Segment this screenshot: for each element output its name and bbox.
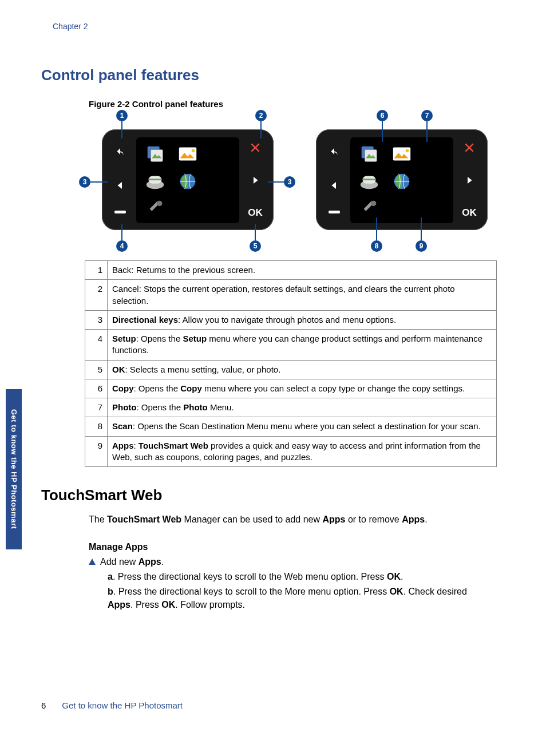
callout-7: 7 [421,110,433,121]
step-a: a. Press the directional keys to scroll … [108,570,480,583]
back-icon [328,148,341,160]
svg-point-8 [157,201,163,207]
cell-desc: Back: Returns to the previous screen. [108,261,497,280]
callout-2: 2 [255,110,267,121]
side-tab-text: Get to know the HP Photosmart [10,409,18,529]
photo-icon [173,142,203,166]
cell-num: 7 [85,398,108,417]
svg-point-17 [371,201,377,207]
callout-line [260,121,262,138]
ok-label-1: OK [248,207,263,219]
screen-right [350,137,453,223]
section-heading-touchsmart: TouchSmart Web [41,486,162,504]
callout-6: 6 [377,110,388,121]
callout-line [121,121,122,138]
right-arrow-icon [464,175,474,185]
nav-strip-right-2: OK [457,137,482,223]
page-footer: 6Get to know the HP Photosmart [41,700,183,710]
callout-line [268,181,285,183]
callout-line [421,217,422,240]
callout-line [382,121,383,142]
callout-4: 4 [116,240,128,252]
cell-num: 5 [85,360,108,379]
add-apps-line: Add new Apps. [89,555,164,568]
svg-rect-10 [365,149,377,161]
cell-desc: Copy: Opens the Copy menu where you can … [108,379,497,398]
cell-num: 1 [85,261,108,280]
apps-icon [173,169,203,193]
left-arrow-icon [329,180,339,191]
home-bar-icon [114,211,126,213]
nav-strip-left [108,137,133,223]
callout-line [376,217,377,240]
manage-apps-subhead: Manage Apps [89,540,148,553]
back-icon [114,148,126,160]
cell-desc: Photo: Opens the Photo Menu. [108,398,497,417]
side-tab: Get to know the HP Photosmart [6,389,22,549]
ok-label-2: OK [462,207,477,219]
screen-left [136,137,239,223]
svg-rect-1 [151,149,163,161]
callout-3b: 3 [284,176,295,188]
callout-line [255,224,256,240]
nav-strip-left-2 [322,137,347,223]
callout-5: 5 [250,240,261,252]
cell-desc: Setup: Opens the Setup menu where you ca… [108,330,497,361]
callout-line [426,121,428,142]
callout-line [121,224,122,240]
setup-icon [355,197,384,219]
cell-num: 8 [85,417,108,436]
callout-3: 3 [79,176,90,188]
step-b: b. Press the directional keys to scroll … [108,585,485,611]
cell-num: 9 [85,436,108,467]
callout-9: 9 [416,240,427,252]
setup-icon [141,197,170,219]
cell-num: 6 [85,379,108,398]
footer-text: Get to know the HP Photosmart [62,700,183,710]
svg-point-12 [406,149,409,152]
left-arrow-icon [115,180,125,191]
scan-icon [141,169,170,193]
scan-icon [355,169,384,193]
copy-icon [355,142,384,166]
feature-table: 1Back: Returns to the previous screen. 2… [85,260,497,467]
chapter-label: Chapter 2 [53,22,88,31]
copy-icon [141,142,170,166]
apps-icon [387,169,417,193]
callout-line [90,181,108,183]
right-arrow-icon [250,175,260,185]
svg-rect-6 [149,179,162,180]
triangle-bullet-icon [89,559,96,565]
cancel-icon [250,142,261,153]
cell-num: 2 [85,280,108,311]
control-panel-left: OK [102,129,274,230]
cell-desc: Scan: Opens the Scan Destination Menu me… [108,417,497,436]
cell-num: 3 [85,310,108,329]
cell-desc: OK: Selects a menu setting, value, or ph… [108,360,497,379]
cancel-icon [464,142,475,153]
svg-point-3 [192,149,195,152]
page-number: 6 [41,700,46,710]
callout-8: 8 [371,240,382,252]
cell-desc: Apps: TouchSmart Web provides a quick an… [108,436,497,467]
home-bar-icon [329,211,340,213]
callout-1: 1 [116,110,128,121]
cell-desc: Directional keys: Allow you to navigate … [108,310,497,329]
touchsmart-intro: The TouchSmart Web Manager can be used t… [89,513,489,526]
section-heading-control-panel: Control panel features [41,66,199,84]
photo-icon [387,142,417,166]
svg-rect-15 [363,179,376,180]
cell-num: 4 [85,330,108,361]
nav-strip-right-1: OK [243,137,268,223]
cell-desc: Cancel: Stops the current operation, res… [108,280,497,311]
figure-caption: Figure 2-2 Control panel features [89,99,223,109]
control-panel-right: OK [316,129,488,230]
